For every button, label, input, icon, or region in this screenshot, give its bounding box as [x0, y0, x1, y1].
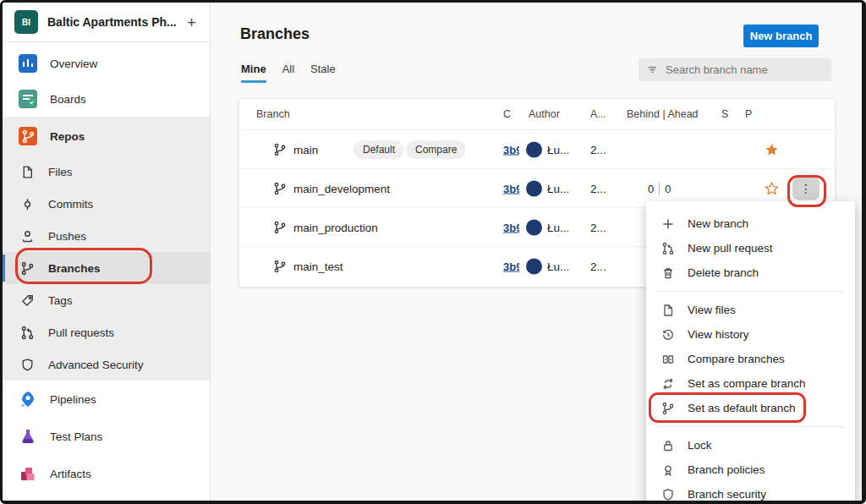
pull-request-icon	[19, 324, 36, 341]
sidebar-item-label: Boards	[50, 93, 86, 106]
sidebar-item-label: Pipelines	[50, 393, 96, 406]
branch-name[interactable]: main_test	[293, 260, 343, 273]
menu-item-compare-branches[interactable]: Compare branches	[646, 347, 855, 371]
col-behind-ahead: Behind | Ahead	[627, 108, 699, 120]
tab-stale[interactable]: Stale	[310, 63, 336, 83]
branch-icon	[273, 182, 287, 195]
menu-item-label: View history	[688, 328, 749, 341]
sidebar-item-label: Test Plans	[50, 430, 102, 443]
menu-item-new-branch[interactable]: New branch	[646, 211, 855, 236]
authored-date: 2...	[590, 221, 606, 233]
sidebar-item-label: Repos	[50, 130, 85, 143]
behind-count: 0	[648, 182, 654, 194]
shield-icon	[660, 487, 675, 501]
sidebar-item-test-plans[interactable]: Test Plans	[3, 418, 210, 455]
col-authored-date: A...	[590, 108, 606, 120]
sidebar-item-commits[interactable]: Commits	[3, 188, 210, 220]
menu-item-label: New pull request	[688, 242, 773, 255]
avatar	[526, 259, 542, 275]
menu-item-view-files[interactable]: View files	[646, 298, 855, 322]
filter-icon	[646, 63, 659, 76]
tab-mine[interactable]: Mine	[241, 63, 266, 83]
branch-name[interactable]: main_development	[293, 182, 390, 194]
sidebar-item-repos[interactable]: Repos	[3, 117, 210, 156]
col-branch: Branch	[256, 108, 290, 120]
table-row[interactable]: main Default Compare 3b9 Łu... 2...	[239, 130, 835, 169]
tag-icon	[19, 292, 36, 309]
avatar	[526, 180, 542, 196]
menu-item-view-history[interactable]: View history	[646, 322, 855, 347]
pushes-icon	[19, 227, 36, 244]
commit-link[interactable]: 3b9	[503, 143, 519, 156]
sidebar-item-pipelines[interactable]: Pipelines	[3, 381, 210, 418]
menu-item-label: New branch	[688, 217, 748, 230]
menu-item-delete-branch[interactable]: Delete branch	[646, 260, 855, 285]
favorite-star-outline-icon[interactable]	[765, 181, 779, 195]
sidebar-item-label: Pull requests	[48, 326, 114, 339]
page-title: Branches	[240, 25, 310, 43]
pipelines-icon	[19, 390, 37, 408]
menu-item-set-as-default-branch[interactable]: Set as default branch	[646, 396, 855, 420]
menu-item-label: Compare branches	[688, 353, 785, 365]
menu-item-label: Delete branch	[688, 266, 759, 279]
commit-link[interactable]: 3b9	[503, 182, 519, 194]
add-project-icon[interactable]: +	[185, 14, 198, 30]
branch-icon	[660, 401, 675, 415]
plus-icon	[660, 216, 675, 231]
commit-icon	[19, 195, 36, 212]
sidebar-item-advanced-security[interactable]: Advanced Security	[3, 348, 210, 381]
pull-request-icon	[660, 241, 675, 255]
menu-item-set-as-compare-branch[interactable]: Set as compare branch	[646, 371, 855, 396]
project-name: Baltic Apartments Ph...	[47, 15, 185, 29]
trash-icon	[660, 266, 675, 280]
boards-icon	[19, 90, 37, 108]
history-icon	[660, 327, 675, 342]
project-row[interactable]: BI Baltic Apartments Ph... +	[3, 3, 210, 42]
menu-item-lock[interactable]: Lock	[646, 433, 855, 457]
menu-item-label: Lock	[688, 439, 712, 452]
project-avatar: BI	[14, 10, 38, 34]
sidebar-item-boards[interactable]: Boards	[3, 81, 210, 117]
col-pr: P	[745, 108, 752, 120]
sidebar: BI Baltic Apartments Ph... + Overview Bo…	[3, 3, 211, 501]
menu-item-branch-security[interactable]: Branch security	[646, 482, 855, 504]
overview-icon	[19, 54, 37, 73]
sidebar-item-pushes[interactable]: Pushes	[3, 220, 210, 252]
sidebar-item-pull-requests[interactable]: Pull requests	[3, 316, 210, 348]
search-branch-input[interactable]: Search branch name	[639, 58, 831, 81]
menu-item-label: Set as default branch	[688, 402, 796, 414]
swap-icon	[660, 376, 675, 391]
favorite-star-filled-icon[interactable]	[765, 142, 779, 156]
policy-icon	[660, 463, 675, 477]
menu-item-new-pull-request[interactable]: New pull request	[646, 236, 855, 260]
col-author: Author	[529, 108, 560, 120]
branch-name[interactable]: main	[293, 143, 318, 156]
test-plans-icon	[19, 427, 37, 446]
default-badge: Default	[354, 140, 404, 159]
author-name: Łu...	[547, 143, 569, 156]
authored-date: 2...	[590, 182, 606, 194]
app-window: BI Baltic Apartments Ph... + Overview Bo…	[0, 0, 866, 504]
artifacts-icon	[19, 464, 37, 483]
author-name: Łu...	[547, 221, 569, 233]
branch-name[interactable]: main_production	[293, 221, 378, 233]
sidebar-item-branches[interactable]: Branches	[3, 252, 210, 284]
sidebar-item-label: Files	[48, 166, 73, 178]
author-name: Łu...	[547, 182, 569, 194]
sidebar-item-overview[interactable]: Overview	[3, 46, 210, 81]
menu-divider	[657, 291, 844, 292]
more-options-button[interactable]: ⋮	[792, 177, 819, 200]
menu-item-branch-policies[interactable]: Branch policies	[646, 457, 855, 482]
branch-icon	[19, 260, 36, 277]
search-placeholder: Search branch name	[666, 63, 768, 76]
lock-icon	[660, 438, 675, 452]
author-name: Łu...	[547, 260, 569, 273]
commit-link[interactable]: 3b9	[503, 221, 519, 233]
sidebar-item-tags[interactable]: Tags	[3, 284, 210, 316]
sidebar-item-files[interactable]: Files	[3, 156, 210, 188]
commit-link[interactable]: 3b9	[503, 260, 519, 273]
tab-all[interactable]: All	[282, 63, 294, 83]
new-branch-button[interactable]: New branch	[743, 25, 819, 47]
sidebar-item-artifacts[interactable]: Artifacts	[3, 455, 210, 492]
menu-item-label: Branch security	[688, 488, 766, 501]
